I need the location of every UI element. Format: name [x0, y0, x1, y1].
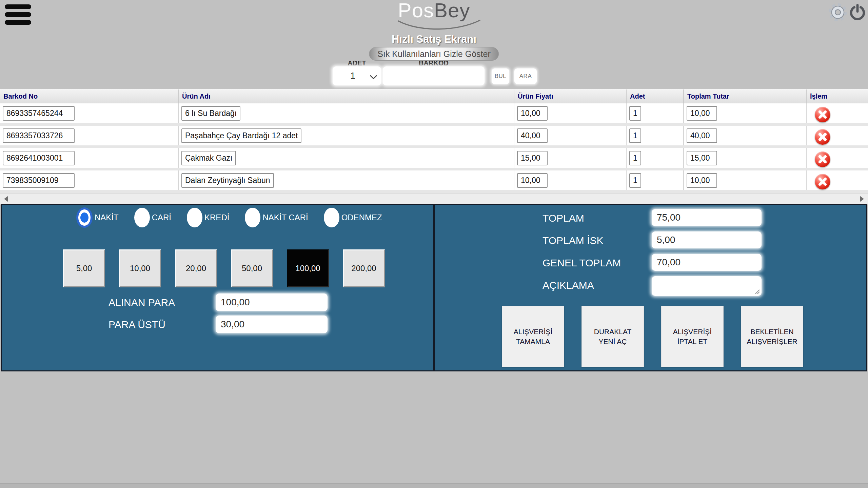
toplam-input[interactable]: 75,00 [652, 209, 762, 226]
row-urun-fiyati-input[interactable]: 10,00 [517, 173, 548, 188]
pos-quick-sale-screen: PosBey Hızlı Satış Ekranı Sık Kullanılan… [0, 0, 868, 488]
col-header-barkod-no: Barkod No [0, 89, 179, 103]
col-header-adet: Adet [627, 89, 684, 103]
genel-toplam-input[interactable]: 70,00 [652, 254, 762, 271]
col-header-urun-adi: Ürün Adı [179, 89, 514, 103]
barkod-input[interactable] [383, 66, 485, 85]
hamburger-menu-icon[interactable] [5, 4, 31, 28]
delete-row-icon[interactable] [815, 151, 830, 167]
radio-circle-icon[interactable] [134, 208, 150, 227]
payment-method-group: NAKİT CARİ KREDİ NAKİT CARİ ODENMEZ [76, 207, 398, 228]
row-urun-adi-input[interactable]: Dalan Zeytinyağlı Sabun [181, 173, 274, 188]
toggle-favorites-button[interactable]: Sık Kullanılanları Gizle Göster [369, 47, 499, 61]
denomination-button[interactable]: 50,00 [231, 249, 273, 287]
row-urun-adi-input[interactable]: Paşabahçe Çay Bardağı 12 adet [181, 128, 301, 143]
row-adet-input[interactable]: 1 [629, 128, 641, 143]
aciklama-textarea[interactable] [652, 276, 762, 296]
payment-method-label: NAKİT CARİ [262, 213, 308, 222]
action-button[interactable]: BEKLETİLEN ALIŞVERİŞLER [741, 306, 803, 367]
denomination-group: 5,00 10,00 20,00 50,00 100,00 200,00 [63, 249, 385, 287]
action-button-group: ALIŞVERİŞİ TAMAMLA DURAKLAT YENİ AÇ ALIŞ… [502, 306, 803, 367]
row-barkod-input[interactable]: 8693357465244 [3, 106, 75, 121]
row-urun-adi-input[interactable]: 6 lı Su Bardağı [181, 106, 240, 121]
denomination-button[interactable]: 200,00 [343, 249, 385, 287]
logo-swoosh [396, 20, 482, 32]
bul-button[interactable]: BUL [492, 68, 509, 84]
para-ustu-input[interactable]: 30,00 [216, 316, 328, 333]
toplam-isk-input[interactable]: 5,00 [652, 231, 762, 248]
payment-method-label: ODENMEZ [341, 213, 382, 222]
hamburger-bar [5, 20, 31, 25]
hamburger-bar [5, 12, 31, 17]
row-toplam-tutar-input[interactable]: 10,00 [687, 173, 717, 188]
hamburger-bar [5, 4, 31, 9]
table-horizontal-scrollbar[interactable] [0, 193, 868, 205]
table-header-row: Barkod No Ürün Adı Ürün Fiyatı Adet Topl… [0, 89, 868, 103]
denomination-button[interactable]: 5,00 [63, 249, 105, 287]
genel-toplam-label: GENEL TOPLAM [542, 257, 621, 269]
power-icon[interactable] [849, 4, 866, 22]
row-toplam-tutar-input[interactable]: 15,00 [687, 151, 717, 165]
row-adet-input[interactable]: 1 [629, 106, 641, 121]
row-urun-fiyati-input[interactable]: 40,00 [517, 128, 548, 143]
row-adet-input[interactable]: 1 [629, 173, 641, 188]
row-urun-adi-input[interactable]: Çakmak Gazı [181, 151, 236, 165]
radio-circle-icon[interactable] [324, 208, 339, 227]
action-button[interactable]: ALIŞVERİŞİ TAMAMLA [502, 306, 564, 367]
adet-select[interactable]: 1 [333, 66, 381, 85]
action-button[interactable]: DURAKLAT YENİ AÇ [581, 306, 644, 367]
action-button[interactable]: ALIŞVERİŞİ İPTAL ET [661, 306, 724, 367]
page-title: Hızlı Satış Ekranı [392, 33, 476, 45]
payment-method-radio[interactable]: NAKİT CARİ [245, 208, 308, 227]
ara-button[interactable]: ARA [514, 68, 537, 84]
payment-method-radio[interactable]: ODENMEZ [324, 208, 382, 227]
payment-method-label: NAKİT [95, 213, 119, 222]
row-toplam-tutar-input[interactable]: 40,00 [687, 128, 717, 143]
logo-text-bey: Bey [434, 0, 470, 22]
col-header-toplam-tutar: Toplam Tutar [684, 89, 807, 103]
table-row: 739835009109 Dalan Zeytinyağlı Sabun 10,… [0, 170, 868, 193]
row-barkod-input[interactable]: 8693357033726 [3, 128, 75, 143]
adet-label: ADET [333, 59, 381, 67]
payment-method-radio[interactable]: KREDİ [187, 208, 229, 227]
posbey-logo: PosBey [398, 0, 470, 22]
row-urun-fiyati-input[interactable]: 10,00 [517, 106, 548, 121]
panel-divider [433, 204, 435, 371]
payment-method-radio[interactable]: NAKİT [76, 207, 119, 228]
denomination-button[interactable]: 100,00 [287, 249, 329, 287]
row-barkod-input[interactable]: 8692641003001 [3, 151, 75, 165]
alinan-para-label: ALINAN PARA [108, 297, 175, 308]
delete-row-icon[interactable] [815, 107, 830, 122]
scroll-left-arrow-icon[interactable] [4, 196, 8, 202]
table-row: 8693357033726 Paşabahçe Çay Bardağı 12 a… [0, 126, 868, 148]
row-adet-input[interactable]: 1 [629, 151, 641, 165]
chevron-down-icon [370, 72, 377, 79]
scroll-right-arrow-icon[interactable] [860, 196, 864, 202]
payment-method-label: CARİ [152, 213, 171, 222]
row-toplam-tutar-input[interactable]: 10,00 [687, 106, 717, 121]
textarea-resize-grip-icon[interactable] [754, 289, 760, 294]
denomination-button[interactable]: 10,00 [119, 249, 161, 287]
radio-circle-icon[interactable] [245, 208, 260, 227]
delete-row-icon[interactable] [815, 129, 830, 145]
sale-items-table: Barkod No Ürün Adı Ürün Fiyatı Adet Topl… [0, 89, 868, 193]
toplam-isk-label: TOPLAM İSK [542, 235, 604, 246]
table-row: 8692641003001 Çakmak Gazı 15,00 1 15,00 [0, 148, 868, 170]
row-barkod-input[interactable]: 739835009109 [3, 173, 75, 188]
barkod-label: BARKOD [383, 59, 485, 67]
settings-gear-icon[interactable] [828, 2, 848, 23]
row-urun-fiyati-input[interactable]: 15,00 [517, 151, 548, 165]
para-ustu-label: PARA ÜSTÜ [108, 319, 165, 330]
delete-row-icon[interactable] [815, 174, 830, 189]
denomination-button[interactable]: 20,00 [175, 249, 217, 287]
table-row: 8693357465244 6 lı Su Bardağı 10,00 1 10… [0, 103, 868, 126]
payment-method-radio[interactable]: CARİ [134, 208, 171, 227]
col-header-islem: İşlem [807, 89, 868, 103]
page-horizontal-scrollbar[interactable] [0, 483, 868, 488]
col-header-urun-fiyati: Ürün Fiyatı [514, 89, 627, 103]
radio-circle-icon[interactable] [187, 208, 202, 227]
logo-text-pos: Pos [398, 0, 434, 22]
payment-method-label: KREDİ [204, 213, 229, 222]
alinan-para-input[interactable]: 100,00 [216, 293, 328, 311]
radio-circle-icon[interactable] [76, 207, 93, 228]
